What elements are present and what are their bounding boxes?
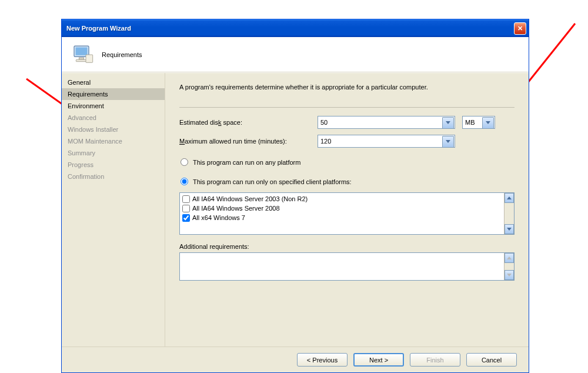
svg-rect-3: [76, 47, 88, 55]
vertical-scrollbar[interactable]: [504, 253, 514, 280]
chevron-down-icon: [507, 228, 512, 231]
page-title: Requirements: [102, 51, 142, 58]
window-title: New Program Wizard: [66, 25, 131, 32]
wizard-header: Requirements: [62, 37, 529, 72]
platform-checkbox[interactable]: [182, 205, 190, 212]
scroll-down-button[interactable]: [505, 270, 514, 280]
chevron-down-icon: [486, 121, 490, 124]
platform-checkbox[interactable]: [182, 195, 190, 203]
sidebar-item-windows-installer[interactable]: Windows Installer: [62, 124, 165, 135]
sidebar-item-environment[interactable]: Environment: [62, 100, 165, 112]
sidebar-item-general[interactable]: General: [62, 76, 165, 88]
finish-button[interactable]: Finish: [410, 353, 460, 367]
platform-any-row: This program can run on any platform: [181, 158, 514, 166]
chevron-down-icon: [446, 121, 450, 124]
runtime-label: Maximum allowed run time (minutes):: [179, 138, 318, 145]
platform-label: All IA64 Windows Server 2008: [192, 205, 280, 212]
platform-specified-radio[interactable]: [181, 178, 188, 185]
chevron-up-icon: [507, 257, 512, 259]
scroll-down-button[interactable]: [505, 224, 514, 234]
scroll-up-button[interactable]: [505, 253, 514, 263]
sidebar-item-progress[interactable]: Progress: [62, 159, 165, 171]
wizard-footer: < Previous Next > Finish Cancel: [62, 347, 529, 372]
content-panel: A program's requirements determine wheth…: [165, 73, 529, 347]
cancel-button[interactable]: Cancel: [466, 353, 517, 367]
next-button[interactable]: Next >: [353, 353, 404, 367]
sidebar-item-requirements[interactable]: Requirements: [62, 88, 165, 100]
platform-any-radio[interactable]: [181, 158, 188, 166]
platform-item[interactable]: All x64 Windows 7: [182, 213, 502, 222]
chevron-down-icon: [507, 274, 512, 277]
runtime-input[interactable]: [318, 135, 455, 148]
disk-space-row: Estimated disk space:: [179, 116, 514, 129]
platform-label: All x64 Windows 7: [192, 214, 245, 221]
additional-req-label: Additional requirements:: [179, 243, 514, 250]
previous-button[interactable]: < Previous: [297, 353, 348, 367]
sidebar-item-confirmation[interactable]: Confirmation: [62, 171, 165, 182]
intro-text: A program's requirements determine wheth…: [179, 84, 514, 91]
platform-item[interactable]: All IA64 Windows Server 2003 (Non R2): [182, 194, 502, 204]
platforms-list: All IA64 Windows Server 2003 (Non R2) Al…: [180, 193, 504, 234]
platform-label: All IA64 Windows Server 2003 (Non R2): [192, 195, 308, 202]
platform-specified-row: This program can run only on specified c…: [181, 178, 514, 185]
additional-req-textarea[interactable]: [179, 252, 514, 281]
disk-space-label: Estimated disk space:: [179, 119, 318, 126]
sidebar-item-mom-maintenance[interactable]: MOM Maintenance: [62, 135, 165, 147]
sidebar-item-advanced[interactable]: Advanced: [62, 112, 165, 124]
platform-any-label: This program can run on any platform: [193, 159, 300, 166]
disk-space-input[interactable]: [318, 116, 455, 129]
platforms-listbox[interactable]: All IA64 Windows Server 2003 (Non R2) Al…: [179, 192, 514, 235]
sidebar-item-summary[interactable]: Summary: [62, 147, 165, 159]
chevron-up-icon: [507, 197, 512, 199]
platform-item[interactable]: All IA64 Windows Server 2008: [182, 204, 502, 213]
svg-rect-5: [76, 59, 86, 61]
divider: [179, 107, 514, 108]
scroll-up-button[interactable]: [505, 193, 514, 203]
platform-specified-label: This program can run only on specified c…: [193, 178, 352, 185]
chevron-down-icon: [446, 140, 450, 143]
platform-checkbox[interactable]: [182, 214, 190, 222]
monitor-icon: [71, 43, 95, 66]
titlebar: New Program Wizard ✕: [62, 19, 529, 37]
wizard-window: New Program Wizard ✕ Requirements Genera…: [61, 19, 529, 373]
svg-rect-6: [86, 55, 93, 62]
wizard-steps-sidebar: General Requirements Environment Advance…: [62, 73, 165, 347]
close-button[interactable]: ✕: [514, 22, 526, 35]
svg-rect-4: [79, 58, 83, 59]
runtime-row: Maximum allowed run time (minutes):: [179, 135, 514, 148]
vertical-scrollbar[interactable]: [504, 193, 514, 234]
close-icon: ✕: [517, 25, 523, 32]
